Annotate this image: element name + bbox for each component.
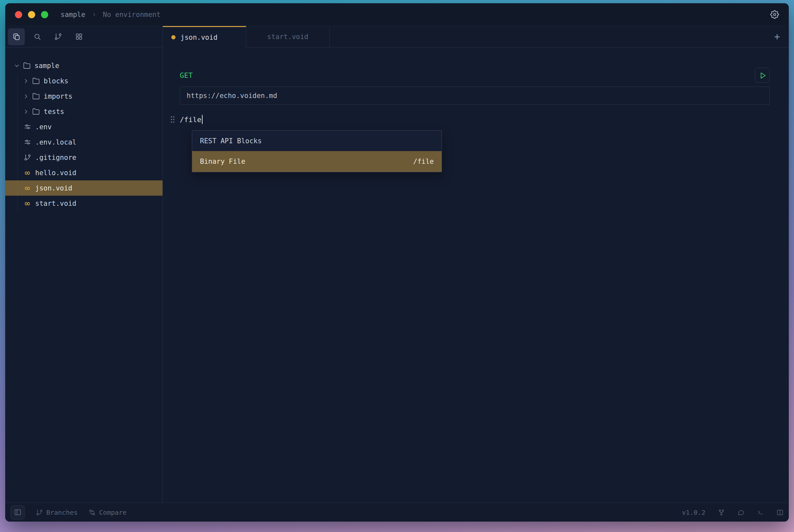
breadcrumb-chevron-icon <box>91 12 97 18</box>
url-value: https://echo.voiden.md <box>187 92 277 100</box>
http-method-label[interactable]: GET <box>180 71 193 79</box>
tree-item-label: imports <box>44 93 73 100</box>
app-version: v1.0.2 <box>682 509 705 516</box>
tab-label: start.void <box>267 33 308 41</box>
tree-item-gitignore[interactable]: .gitignore <box>5 150 163 165</box>
request-editor: GET https://echo.voiden.md /fil <box>163 48 789 503</box>
main-area: sample blocks imports tests <box>5 26 789 503</box>
autocomplete-dropdown: REST API Blocks Binary File /file <box>192 130 442 172</box>
compare-icon <box>89 509 96 516</box>
tree-item-label: .gitignore <box>35 154 76 162</box>
drag-handle-icon[interactable] <box>170 115 175 124</box>
text-cursor <box>202 115 203 124</box>
tree-item-env-local[interactable]: .env.local <box>5 134 163 150</box>
tree-item-hello-void[interactable]: ∞ hello.void <box>5 165 163 180</box>
app-window: sample No environment <box>5 3 789 521</box>
chevron-right-icon <box>23 78 29 84</box>
compare-button[interactable]: Compare <box>89 509 126 516</box>
source-control-button[interactable] <box>50 28 67 45</box>
dropdown-header: REST API Blocks <box>192 131 441 151</box>
tree-item-tests[interactable]: tests <box>5 104 163 119</box>
search-button[interactable] <box>29 28 45 45</box>
folder-icon <box>32 93 40 100</box>
split-panel-icon[interactable] <box>776 509 783 516</box>
project-name: sample <box>61 11 85 19</box>
traffic-lights <box>15 11 48 18</box>
tree-item-label: hello.void <box>35 169 76 177</box>
url-input[interactable]: https://echo.voiden.md <box>180 87 770 105</box>
chevron-down-icon <box>14 62 20 69</box>
new-tab-button[interactable]: + <box>765 26 789 47</box>
tree-item-label: json.void <box>35 184 72 192</box>
file-tree: sample blocks imports tests <box>5 48 163 503</box>
sidebar-toolbar <box>5 26 163 48</box>
editor-column: json.void start.void + GET <box>163 26 789 503</box>
blocks-button[interactable] <box>70 28 87 45</box>
tree-item-label: start.void <box>35 200 76 207</box>
panel-left-icon <box>14 509 21 516</box>
tree-item-start-void[interactable]: ∞ start.void <box>5 196 163 211</box>
tree-item-sample[interactable]: sample <box>5 58 163 73</box>
tree-item-label: tests <box>44 108 64 116</box>
tree-item-imports[interactable]: imports <box>5 89 163 104</box>
feedback-chat-icon[interactable] <box>737 509 744 516</box>
indent-guide <box>17 74 18 212</box>
dropdown-item-value: /file <box>413 157 434 165</box>
toggle-sidebar-button[interactable] <box>11 505 25 520</box>
tree-item-json-void[interactable]: ∞ json.void <box>5 180 163 196</box>
dropdown-header-label: REST API Blocks <box>200 137 262 145</box>
explorer-files-button[interactable] <box>8 28 25 45</box>
tree-item-blocks[interactable]: blocks <box>5 73 163 89</box>
sliders-icon <box>23 138 31 146</box>
chevron-right-icon <box>23 109 29 115</box>
maximize-window-button[interactable] <box>41 11 48 18</box>
method-row: GET <box>180 68 770 83</box>
tree-item-env[interactable]: .env <box>5 119 163 134</box>
terminal-icon[interactable] <box>757 509 764 516</box>
tab-label: json.void <box>181 34 218 41</box>
sidebar: sample blocks imports tests <box>5 26 163 503</box>
branches-button[interactable]: Branches <box>36 509 77 516</box>
files-copy-icon <box>12 33 20 41</box>
folder-icon <box>23 62 31 69</box>
send-request-button[interactable] <box>755 68 770 83</box>
dropdown-item-binary-file[interactable]: Binary File /file <box>192 151 441 172</box>
git-branch-icon <box>54 33 62 41</box>
sliders-icon <box>23 123 31 131</box>
dropdown-item-label: Binary File <box>200 157 245 165</box>
tab-start-void[interactable]: start.void <box>246 26 329 47</box>
plus-icon: + <box>774 31 780 42</box>
tab-bar: json.void start.void + <box>163 26 789 48</box>
folder-icon <box>32 108 40 115</box>
minimize-window-button[interactable] <box>28 11 35 18</box>
blocks-grid-icon <box>75 33 83 41</box>
chevron-right-icon <box>23 93 29 100</box>
titlebar: sample No environment <box>5 3 789 26</box>
environment-selector[interactable]: No environment <box>103 11 160 19</box>
statusbar-right: v1.0.2 <box>682 509 783 516</box>
path-text[interactable]: /file <box>180 115 203 124</box>
tree-item-label: .env.local <box>35 138 76 146</box>
git-branch-icon <box>23 154 31 161</box>
search-icon <box>33 33 41 41</box>
git-branch-icon <box>36 509 43 516</box>
branches-label: Branches <box>46 509 77 516</box>
tab-json-void[interactable]: json.void <box>163 26 246 48</box>
git-fork-icon[interactable] <box>718 509 725 516</box>
path-value: /file <box>180 116 201 124</box>
tree-item-label: sample <box>35 62 59 70</box>
compare-label: Compare <box>99 509 126 516</box>
tree-item-label: .env <box>35 123 52 131</box>
status-bar: Branches Compare v1.0.2 <box>5 503 789 521</box>
close-window-button[interactable] <box>15 11 22 18</box>
tree-item-label: blocks <box>44 77 69 85</box>
modified-dot-icon <box>171 35 175 39</box>
void-infinity-icon: ∞ <box>23 170 31 176</box>
settings-gear-icon[interactable] <box>770 10 779 19</box>
folder-icon <box>32 77 40 84</box>
void-infinity-icon: ∞ <box>23 185 31 191</box>
play-icon <box>758 71 767 79</box>
path-line[interactable]: /file <box>170 115 770 125</box>
void-infinity-icon: ∞ <box>23 200 31 207</box>
